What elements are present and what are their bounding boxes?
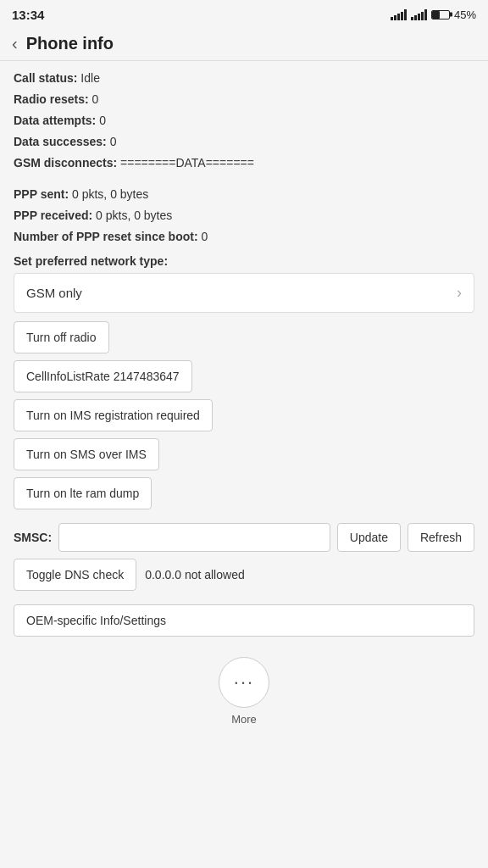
more-section: ··· More [14,657,474,726]
data-attempts-line: Data attempts: 0 [14,112,474,130]
battery-icon [431,10,450,19]
call-status-line: Call status: Idle [14,70,474,87]
turn-on-lte-button[interactable]: Turn on lte ram dump [14,477,152,509]
turn-on-ims-button[interactable]: Turn on IMS registration required [14,399,213,431]
smsc-label: SMSC: [14,531,52,544]
more-icon: ··· [234,671,254,693]
toggle-dns-button[interactable]: Toggle DNS check [14,559,136,591]
network-type-value: GSM only [26,286,82,300]
network-type-selector[interactable]: GSM only › [14,273,474,313]
dns-status-text: 0.0.0.0 not allowed [145,568,245,581]
ppp-reset-line: Number of PPP reset since boot: 0 [14,228,474,246]
chevron-right-icon: › [457,284,462,302]
turn-off-radio-button[interactable]: Turn off radio [14,321,109,353]
status-bar: 13:34 45% [0,0,488,27]
network-type-section: Set preferred network type: GSM only › [14,254,474,313]
smsc-input[interactable] [58,523,330,552]
more-label: More [231,713,257,726]
main-content: Call status: Idle Radio resets: 0 Data a… [0,61,488,748]
data-successes-line: Data successes: 0 [14,133,474,151]
smsc-update-button[interactable]: Update [337,523,401,552]
gsm-disconnects-line: GSM disconnects: ========DATA======= [14,154,474,172]
battery-percent: 45% [454,8,476,21]
signal-bars-2 [411,8,427,20]
turn-on-sms-button[interactable]: Turn on SMS over IMS [14,438,159,470]
cell-info-list-rate-button[interactable]: CellInfoListRate 2147483647 [14,360,192,392]
dns-row: Toggle DNS check 0.0.0.0 not allowed [14,559,474,591]
page-title: Phone info [26,34,114,53]
oem-button[interactable]: OEM-specific Info/Settings [14,604,474,637]
more-button[interactable]: ··· [219,657,269,708]
back-button[interactable]: ‹ [12,34,18,53]
smsc-row: SMSC: Update Refresh [14,523,474,552]
toolbar: ‹ Phone info [0,27,488,61]
status-right: 45% [391,8,476,21]
smsc-refresh-button[interactable]: Refresh [408,523,474,552]
status-time: 13:34 [12,8,44,22]
network-type-label: Set preferred network type: [14,254,474,268]
radio-resets-line: Radio resets: 0 [14,91,474,108]
ppp-sent-line: PPP sent: 0 pkts, 0 bytes [14,186,474,203]
info-lines: Call status: Idle Radio resets: 0 Data a… [14,70,474,172]
ppp-lines: PPP sent: 0 pkts, 0 bytes PPP received: … [14,186,474,246]
ppp-received-line: PPP received: 0 pkts, 0 bytes [14,207,474,225]
signal-bars-1 [391,8,407,20]
action-buttons: Turn off radio CellInfoListRate 21474836… [14,321,474,516]
